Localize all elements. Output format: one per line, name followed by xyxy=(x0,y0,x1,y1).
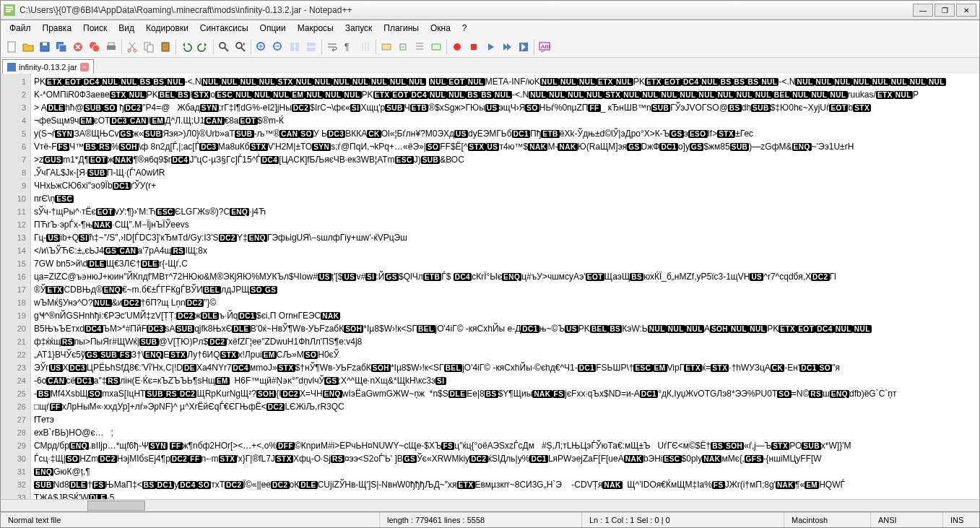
minimize-button[interactable]: — xyxy=(913,4,933,17)
svg-point-17 xyxy=(220,43,225,48)
spellcheck-button[interactable]: ABC xyxy=(537,39,552,55)
open-file-button[interactable] xyxy=(20,39,36,55)
tab-close-button[interactable]: × xyxy=(80,63,89,72)
save-macro-button[interactable] xyxy=(516,39,532,55)
toolbar: ¶ ABC xyxy=(0,36,980,58)
svg-point-18 xyxy=(236,43,242,48)
print-button[interactable] xyxy=(103,39,119,55)
show-all-chars-button[interactable]: ¶ xyxy=(341,39,357,55)
undo-button[interactable] xyxy=(178,39,194,55)
close-file-button[interactable] xyxy=(70,39,86,55)
scrollbar-thumb[interactable] xyxy=(87,501,145,511)
close-all-button[interactable] xyxy=(87,39,103,55)
svg-rect-26 xyxy=(382,44,391,50)
menu-windows[interactable]: Окна xyxy=(425,22,456,35)
stop-macro-button[interactable] xyxy=(466,39,482,55)
redo-button[interactable] xyxy=(195,39,211,55)
svg-rect-21 xyxy=(290,43,294,51)
svg-rect-33 xyxy=(7,63,16,72)
svg-rect-29 xyxy=(471,44,477,50)
play-macro-button[interactable] xyxy=(482,39,498,55)
menu-plugins[interactable]: Плагины xyxy=(378,22,425,35)
indent-guide-button[interactable] xyxy=(357,39,373,55)
svg-rect-10 xyxy=(108,43,114,46)
lang-button[interactable] xyxy=(378,39,394,55)
foldall-button[interactable] xyxy=(395,39,411,55)
svg-rect-22 xyxy=(295,43,299,51)
file-icon xyxy=(7,63,16,72)
svg-rect-1 xyxy=(8,42,15,52)
svg-rect-5 xyxy=(59,45,66,52)
sync-v-button[interactable] xyxy=(287,39,303,55)
save-all-button[interactable] xyxy=(53,39,69,55)
status-length: length : 779461 lines : 5558 xyxy=(380,513,582,527)
app-icon xyxy=(4,4,15,16)
svg-rect-23 xyxy=(307,43,316,46)
titlebar: C:\Users\}{0T@6BI4\AppData\Roaming\.mine… xyxy=(0,0,980,20)
text-content[interactable]: PKETXEOTDC4NULNULBSBSNUL-<.NNULNULNULNUL… xyxy=(31,74,979,499)
status-encoding: ANSI xyxy=(871,513,943,527)
svg-point-8 xyxy=(92,45,100,52)
svg-rect-3 xyxy=(43,43,47,46)
menu-encoding[interactable]: Кодировки xyxy=(140,22,194,35)
svg-rect-14 xyxy=(147,45,153,52)
menu-macros[interactable]: Макросы xyxy=(292,22,339,35)
menu-file[interactable]: Файл xyxy=(4,22,37,35)
editor-area: 1234567891011121314151617181920212223242… xyxy=(0,74,980,499)
menu-options[interactable]: Опции xyxy=(254,22,292,35)
play-multi-button[interactable] xyxy=(499,39,515,55)
tab-label: infinity-0.13.2.jar xyxy=(19,63,77,72)
cut-button[interactable] xyxy=(124,39,140,55)
paste-button[interactable] xyxy=(157,39,173,55)
svg-text:¶: ¶ xyxy=(344,42,349,52)
menu-syntax[interactable]: Синтаксисы xyxy=(194,22,254,35)
record-macro-button[interactable] xyxy=(449,39,465,55)
status-position: Ln : 1 Col : 1 Sel : 0 | 0 xyxy=(582,513,784,527)
svg-text:ABC: ABC xyxy=(541,43,550,50)
svg-rect-24 xyxy=(307,48,316,51)
comment-button[interactable] xyxy=(428,39,444,55)
menu-run[interactable]: Запуск xyxy=(339,22,378,35)
svg-rect-9 xyxy=(107,46,116,50)
replace-button[interactable] xyxy=(233,39,248,55)
window-controls: — ❐ ✕ xyxy=(913,4,976,17)
new-file-button[interactable] xyxy=(4,39,19,55)
function-list-button[interactable] xyxy=(412,39,428,55)
save-button[interactable] xyxy=(37,39,53,55)
status-mode: INS xyxy=(943,513,979,527)
tabbar: infinity-0.13.2.jar × xyxy=(0,58,980,74)
status-eol: Macintosh xyxy=(784,513,871,527)
maximize-button[interactable]: ❐ xyxy=(935,4,955,17)
menubar: Файл Правка Поиск Вид Кодировки Синтакси… xyxy=(0,20,980,36)
menu-edit[interactable]: Правка xyxy=(37,22,78,35)
wordwrap-button[interactable] xyxy=(324,39,340,55)
svg-rect-16 xyxy=(163,42,168,44)
window-title: C:\Users\}{0T@6BI4\AppData\Roaming\.mine… xyxy=(19,5,913,15)
horizontal-scrollbar[interactable] xyxy=(0,499,980,512)
zoom-in-button[interactable] xyxy=(253,39,269,55)
zoom-out-button[interactable] xyxy=(270,39,286,55)
menu-help[interactable]: ? xyxy=(456,22,473,35)
line-number-gutter: 1234567891011121314151617181920212223242… xyxy=(1,74,31,499)
status-filetype: Normal text file xyxy=(1,513,380,527)
svg-point-28 xyxy=(454,43,461,51)
close-button[interactable]: ✕ xyxy=(956,4,976,17)
copy-button[interactable] xyxy=(141,39,157,55)
find-button[interactable] xyxy=(216,39,232,55)
file-tab[interactable]: infinity-0.13.2.jar × xyxy=(2,59,94,74)
menu-view[interactable]: Вид xyxy=(113,22,140,35)
sync-h-button[interactable] xyxy=(303,39,319,55)
statusbar: Normal text file length : 779461 lines :… xyxy=(0,512,980,528)
menu-search[interactable]: Поиск xyxy=(77,22,113,35)
